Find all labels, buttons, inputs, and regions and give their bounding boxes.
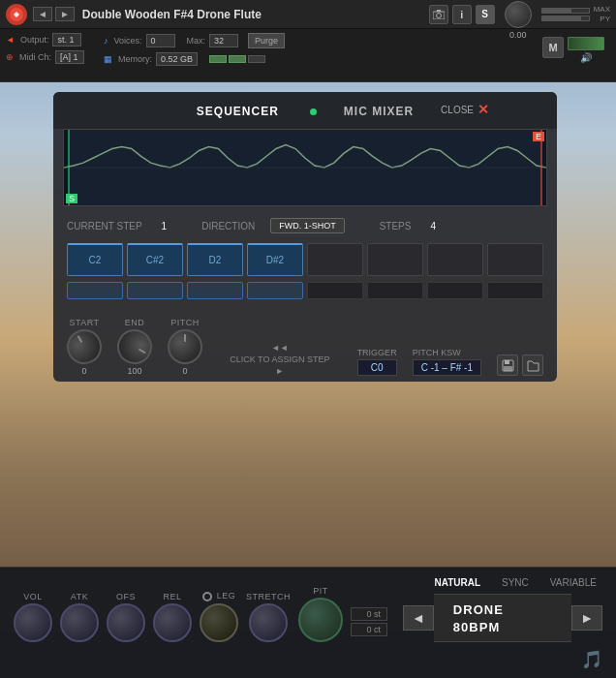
drone-prev-button[interactable]: ◄ bbox=[403, 605, 434, 631]
step-sub-cell-6[interactable] bbox=[427, 282, 483, 299]
memory-bars bbox=[209, 55, 265, 63]
step-sub-cell-1[interactable] bbox=[127, 282, 183, 299]
step-sub-cell-4[interactable] bbox=[307, 282, 363, 299]
step-cell-3[interactable]: D#2 bbox=[247, 243, 303, 276]
drone-next-button[interactable]: ► bbox=[571, 605, 602, 631]
rel-knob[interactable] bbox=[153, 603, 192, 642]
pitch-label: PITCH bbox=[170, 318, 200, 327]
ofs-knob[interactable] bbox=[107, 603, 145, 642]
info-icon[interactable]: i bbox=[452, 5, 472, 24]
step-cell-1[interactable]: C#2 bbox=[127, 243, 183, 276]
tune-value: 0.00 bbox=[509, 30, 527, 40]
stretch-label: STRETCH bbox=[246, 592, 291, 601]
tune-knob[interactable] bbox=[505, 1, 532, 28]
s-marker: S bbox=[66, 194, 77, 203]
voices-item: ♪ Voices: 0 Max: 32 Purge bbox=[104, 33, 285, 48]
output-col: ◄ Output: st. 1 ⊕ Midi Ch: [A] 1 bbox=[6, 33, 84, 78]
waveform-display[interactable]: E S bbox=[63, 129, 547, 206]
stretch-group: STRETCH bbox=[246, 592, 291, 642]
voices-value: 0 bbox=[146, 34, 175, 47]
steps-label: STEPS bbox=[380, 221, 412, 231]
panel-header: SEQUENCER MIC MIXER CLOSE ✕ bbox=[53, 92, 557, 129]
atk-knob[interactable] bbox=[60, 603, 99, 642]
leg-label: LEG bbox=[202, 591, 236, 601]
start-knob[interactable] bbox=[60, 323, 108, 370]
pitch-ksw-value[interactable]: C -1 – F# -1 bbox=[413, 359, 481, 376]
purge-button[interactable]: Purge bbox=[248, 33, 285, 48]
s-button[interactable]: S bbox=[476, 5, 495, 24]
end-knob[interactable] bbox=[110, 323, 158, 370]
controls-row: START 0 END 100 PITCH 0 ◄◄ CLICK TO ASSI… bbox=[53, 310, 557, 382]
step-sub-cell-0[interactable] bbox=[67, 282, 123, 299]
vol-group: VOL bbox=[14, 592, 52, 642]
knob-row: VOL ATK OFS REL bbox=[14, 586, 387, 642]
m-section: M 🔊 bbox=[542, 37, 604, 63]
leg-knob[interactable] bbox=[200, 603, 238, 642]
knobs-and-controls: VOL ATK OFS REL bbox=[14, 575, 602, 642]
sequencer-active-dot bbox=[310, 108, 317, 115]
leg-group: LEG bbox=[200, 591, 238, 642]
step-sub-cell-3[interactable] bbox=[247, 282, 303, 299]
assign-arrow-left: ◄◄ bbox=[271, 343, 289, 353]
midi-value[interactable]: [A] 1 bbox=[55, 50, 84, 64]
camera-icon[interactable] bbox=[429, 5, 448, 24]
natural-btn[interactable]: NATURAL bbox=[428, 575, 486, 590]
assign-text: CLICK TO ASSIGN STEP bbox=[230, 354, 329, 364]
close-button[interactable]: CLOSE ✕ bbox=[441, 102, 489, 117]
step-cell-6[interactable] bbox=[427, 243, 483, 276]
mic-mixer-tab[interactable]: MIC MIXER bbox=[336, 102, 421, 121]
step-cell-5[interactable] bbox=[367, 243, 423, 276]
start-label: START bbox=[69, 318, 99, 327]
step-info-row: CURRENT STEP 1 DIRECTION FWD. 1-SHOT STE… bbox=[53, 214, 557, 237]
output-value[interactable]: st. 1 bbox=[52, 33, 81, 46]
sync-btn[interactable]: SYNC bbox=[496, 575, 535, 590]
step-cell-2[interactable]: D2 bbox=[187, 243, 243, 276]
save-icon[interactable] bbox=[497, 354, 518, 376]
step-grid: C2C#2D2D#2 bbox=[53, 237, 557, 282]
right-sliders bbox=[541, 8, 590, 21]
m-button[interactable]: M bbox=[542, 37, 564, 58]
save-load-icons bbox=[497, 354, 543, 376]
step-cell-0[interactable]: C2 bbox=[67, 243, 123, 276]
step-sub-cell-7[interactable] bbox=[487, 282, 543, 299]
step-cell-4[interactable] bbox=[307, 243, 363, 276]
load-icon[interactable] bbox=[522, 354, 543, 376]
title-row: ◄ ► Double Wooden F#4 Drone Flute i S Tu… bbox=[0, 0, 616, 29]
pitch-knob[interactable] bbox=[168, 329, 202, 364]
atk-group: ATK bbox=[60, 592, 99, 642]
nav-next-arrow[interactable]: ► bbox=[55, 7, 75, 21]
voices-label: Voices: bbox=[114, 36, 142, 46]
pit-knob[interactable] bbox=[298, 598, 343, 642]
bottom-controls: VOL ATK OFS REL bbox=[0, 567, 616, 678]
end-label: END bbox=[125, 318, 145, 327]
step-sub-cell-2[interactable] bbox=[187, 282, 243, 299]
svg-rect-10 bbox=[504, 366, 512, 371]
svg-rect-9 bbox=[505, 360, 509, 364]
trigger-label: TRIGGER bbox=[357, 348, 397, 357]
drone-name-display: DRONE 80BPM bbox=[434, 594, 571, 642]
nav-arrows: ◄ ► bbox=[33, 7, 75, 21]
main-area: SEQUENCER MIC MIXER CLOSE ✕ bbox=[0, 82, 616, 678]
close-x-icon: ✕ bbox=[477, 102, 489, 117]
variable-btn[interactable]: VARIABLE bbox=[544, 575, 602, 590]
vol-knob[interactable] bbox=[14, 603, 52, 642]
nav-prev-arrow[interactable]: ◄ bbox=[33, 7, 52, 21]
rel-label: REL bbox=[163, 592, 181, 601]
pitch-value: 0 bbox=[182, 366, 187, 376]
step-cell-7[interactable] bbox=[487, 243, 543, 276]
top-icons: i S bbox=[429, 5, 495, 24]
step-sub-cell-5[interactable] bbox=[367, 282, 423, 299]
mode-tabs: NATURAL SYNC VARIABLE bbox=[428, 575, 602, 590]
steps-value: 4 bbox=[430, 221, 436, 231]
trigger-value[interactable]: C0 bbox=[357, 359, 397, 376]
pit-label: PIT bbox=[313, 586, 328, 596]
pitch-ksw-label: PITCH KSW bbox=[413, 348, 481, 357]
midi-item: ⊕ Midi Ch: [A] 1 bbox=[6, 50, 84, 64]
sequencer-tab[interactable]: SEQUENCER bbox=[189, 102, 287, 121]
direction-label: DIRECTION bbox=[201, 221, 255, 231]
flute-icon: 🎵 bbox=[581, 650, 602, 669]
direction-button[interactable]: FWD. 1-SHOT bbox=[270, 218, 345, 233]
stretch-knob[interactable] bbox=[249, 603, 288, 642]
divider bbox=[67, 303, 543, 304]
max-label: Max: bbox=[187, 36, 206, 46]
